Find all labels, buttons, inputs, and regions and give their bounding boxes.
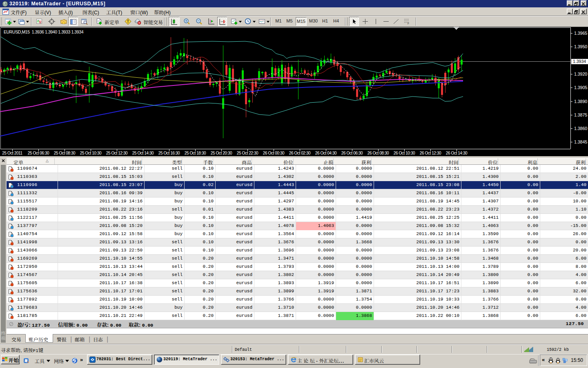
svg-text:1.3934: 1.3934 xyxy=(573,59,586,64)
svg-text:1.3875: 1.3875 xyxy=(574,112,587,117)
svg-text:26 Oct 14:30: 26 Oct 14:30 xyxy=(446,151,468,155)
svg-text:!: ! xyxy=(127,19,128,24)
svg-text:26 Oct 06:30: 26 Oct 06:30 xyxy=(341,151,363,155)
svg-text:26 Oct 12:30: 26 Oct 12:30 xyxy=(420,151,441,155)
svg-text:25 Oct 06:30: 25 Oct 06:30 xyxy=(28,151,49,155)
svg-text:25 Oct 20:30: 25 Oct 20:30 xyxy=(211,151,232,155)
svg-text:1.3920: 1.3920 xyxy=(574,72,587,76)
svg-text:1.3860: 1.3860 xyxy=(574,126,587,131)
svg-text:1.3905: 1.3905 xyxy=(574,85,587,90)
svg-text:F: F xyxy=(408,22,409,25)
svg-text:26 Oct 08:30: 26 Oct 08:30 xyxy=(368,151,389,155)
svg-text:25 Oct 16:30: 25 Oct 16:30 xyxy=(158,151,180,155)
svg-text:25 Oct 08:30: 25 Oct 08:30 xyxy=(54,151,76,155)
svg-text:1.3965: 1.3965 xyxy=(574,31,587,36)
svg-text:1.3845: 1.3845 xyxy=(574,139,587,144)
svg-text:25 Oct 14:30: 25 Oct 14:30 xyxy=(132,151,154,155)
svg-text:26 Oct 04:30: 26 Oct 04:30 xyxy=(315,151,337,155)
svg-text:26 Oct 00:30: 26 Oct 00:30 xyxy=(263,151,285,155)
svg-text:25 Oct 2011: 25 Oct 2011 xyxy=(2,151,22,155)
svg-text:25 Oct 10:30: 25 Oct 10:30 xyxy=(80,151,102,155)
svg-text:26 Oct 10:30: 26 Oct 10:30 xyxy=(394,151,415,155)
svg-text:1.3890: 1.3890 xyxy=(574,99,587,104)
svg-text:25 Oct 22:30: 25 Oct 22:30 xyxy=(237,151,258,155)
svg-text:26 Oct 02:30: 26 Oct 02:30 xyxy=(289,151,311,155)
svg-text:25 Oct 12:30: 25 Oct 12:30 xyxy=(106,151,128,155)
svg-text:25 Oct 18:30: 25 Oct 18:30 xyxy=(185,151,206,155)
svg-text:1.3950: 1.3950 xyxy=(574,44,587,49)
